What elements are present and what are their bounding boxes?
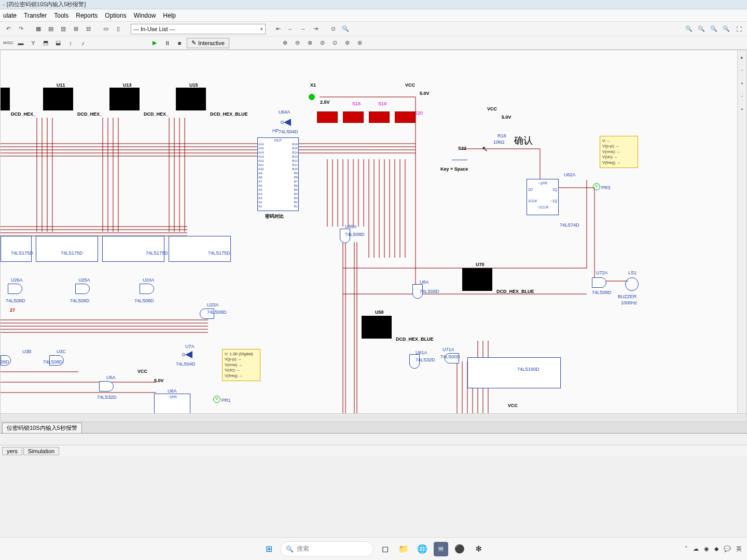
probe-pr1[interactable]: V	[213, 396, 220, 403]
misc-button[interactable]: MISC	[3, 38, 13, 48]
zoom-fit-button[interactable]: 🔍	[709, 24, 719, 34]
sim-tool-3[interactable]: ⊗	[305, 38, 315, 48]
vt-4[interactable]: ◦	[741, 93, 743, 99]
design-tab-1[interactable]: 位密码锁10S内输入5秒报警	[2, 423, 82, 433]
nav-last-button[interactable]: ⇥	[310, 24, 321, 34]
probe-pr3[interactable]: V	[593, 183, 600, 190]
layers-tab[interactable]: yers	[2, 447, 22, 455]
dipswitch-2[interactable]	[343, 111, 364, 123]
flag-button[interactable]: ▬	[16, 38, 26, 48]
interactive-button[interactable]: ✎ Interactive	[187, 38, 229, 48]
tray-up-icon[interactable]: ˄	[685, 545, 688, 552]
tool-button-a[interactable]: ▭	[101, 24, 111, 34]
probe-button[interactable]: Y	[28, 38, 38, 48]
grid-button-5[interactable]: ⊟	[83, 24, 93, 34]
vt-1[interactable]: ▸	[741, 54, 743, 60]
chip-u10[interactable]	[36, 236, 98, 262]
grid-button-3[interactable]: ▥	[58, 24, 68, 34]
obs-icon[interactable]: ⚫	[452, 542, 467, 556]
grid-button-4[interactable]: ⊞	[71, 24, 81, 34]
chip-compare[interactable]: OUT A16A15A14A13A12A11A10A9A8A7A6A5A4A3A…	[257, 137, 299, 211]
menu-help[interactable]: Help	[163, 12, 176, 19]
probe-note-2[interactable]: V: -- V(p-p): -- V(rms): -- V(dc): -- V(…	[600, 136, 638, 168]
sim-tool-2[interactable]: ⊖	[293, 38, 303, 48]
vt-5[interactable]: •	[741, 106, 743, 112]
zoom-area-button[interactable]: 🔍	[721, 24, 731, 34]
tray-cube-icon[interactable]: ◆	[714, 545, 718, 552]
dipswitch-1[interactable]	[317, 111, 338, 123]
menu-reports[interactable]: Reports	[76, 12, 98, 19]
taskbar-search[interactable]: 🔍 搜索	[280, 541, 374, 557]
zoom-tool-icon-2[interactable]: 🔍	[340, 24, 351, 34]
display-u15[interactable]	[176, 88, 206, 110]
chip-u4[interactable]	[1, 236, 32, 262]
tray-chat-icon[interactable]: 💬	[724, 545, 731, 552]
nav-first-button[interactable]: ⇤	[273, 24, 283, 34]
grid-button-2[interactable]: ▤	[46, 24, 56, 34]
zoom-out-button[interactable]: 🔍	[696, 24, 707, 34]
tool-d[interactable]: ⬓	[53, 38, 63, 48]
pause-button[interactable]: ⏸	[162, 38, 172, 48]
gate-u5a[interactable]	[99, 381, 114, 391]
sim-tool-5[interactable]: ⊙	[330, 38, 340, 48]
stop-button[interactable]: ■	[174, 38, 185, 48]
tool-f[interactable]: ♪	[78, 38, 88, 48]
tool-c[interactable]: ⬒	[40, 38, 51, 48]
sim-tool-6[interactable]: ⊚	[342, 38, 353, 48]
chip-u6a[interactable]: ~1PR	[154, 394, 190, 415]
nav-next-button[interactable]: →	[298, 24, 308, 34]
display-u10-half[interactable]	[1, 88, 10, 110]
display-u13[interactable]	[109, 88, 140, 110]
sim-tool-4[interactable]: ⊘	[317, 38, 328, 48]
buzzer-ls1[interactable]	[625, 277, 639, 291]
sim-tool-7[interactable]: ⊛	[355, 38, 365, 48]
inverter-u64a[interactable]	[281, 119, 291, 126]
start-button[interactable]: ⊞	[261, 542, 276, 556]
explorer-icon[interactable]: 📁	[396, 542, 411, 556]
schematic-canvas[interactable]: ▸ ▫ ▪ ◦ •	[0, 50, 747, 422]
gate-u26a[interactable]	[8, 284, 22, 294]
display-u70[interactable]	[462, 268, 492, 291]
gate-u72a[interactable]	[592, 277, 606, 288]
vt-2[interactable]: ▫	[741, 67, 743, 73]
menu-window[interactable]: Window	[134, 12, 156, 19]
display-u11[interactable]	[43, 88, 73, 110]
task-view-icon[interactable]: ◻	[378, 542, 392, 556]
chrome-icon[interactable]: 🌐	[415, 542, 430, 556]
menu-tools[interactable]: Tools	[54, 12, 68, 19]
chip-u14[interactable]	[169, 236, 231, 262]
redo-button[interactable]: ↷	[16, 24, 26, 34]
dipswitch-4[interactable]	[395, 111, 416, 123]
chip-u67[interactable]	[467, 357, 561, 388]
gate-u25a[interactable]	[75, 284, 90, 294]
tray-app-icon[interactable]: ◉	[704, 545, 709, 552]
display-u58[interactable]	[362, 316, 392, 339]
fullscreen-button[interactable]: ⛶	[734, 24, 744, 34]
tray-cloud-icon[interactable]: ☁	[693, 545, 699, 552]
tray-ime-icon[interactable]: 英	[736, 545, 742, 553]
inverter-u7a[interactable]	[182, 351, 192, 358]
simulation-tab[interactable]: Simulation	[23, 447, 59, 455]
zoom-in-button[interactable]: 🔍	[684, 24, 694, 34]
probe-note-1[interactable]: V: 1.00 (Digital) V(p-p): -- V(rms): -- …	[222, 349, 260, 381]
chip-u62a[interactable]: ~1PR 1D1Q 1CLK~1Q ~1CLR	[527, 179, 559, 215]
menu-options[interactable]: Options	[105, 12, 126, 19]
switch-s22[interactable]	[452, 154, 467, 160]
chip-u12[interactable]	[102, 236, 164, 262]
tool-e[interactable]: ↕	[65, 38, 76, 48]
menu-transfer[interactable]: Transfer	[24, 12, 47, 19]
gate-u24a[interactable]	[140, 284, 154, 294]
app-icon[interactable]: ❄	[471, 542, 486, 556]
multisim-icon[interactable]: 卌	[434, 542, 448, 556]
zoom-tool-icon[interactable]: ⊙	[328, 24, 338, 34]
led-x1[interactable]	[309, 94, 315, 100]
nav-prev-button[interactable]: ←	[285, 24, 296, 34]
grid-button-1[interactable]: ▦	[33, 24, 44, 34]
undo-button[interactable]: ↶	[3, 24, 13, 34]
in-use-list-combo[interactable]: --- In-Use List ---	[131, 24, 266, 34]
vt-3[interactable]: ▪	[741, 80, 743, 86]
dipswitch-3[interactable]	[369, 111, 390, 123]
menu-simulate[interactable]: ulate	[3, 12, 17, 19]
sim-tool-1[interactable]: ⊕	[280, 38, 290, 48]
run-button[interactable]: ▶	[149, 38, 160, 48]
